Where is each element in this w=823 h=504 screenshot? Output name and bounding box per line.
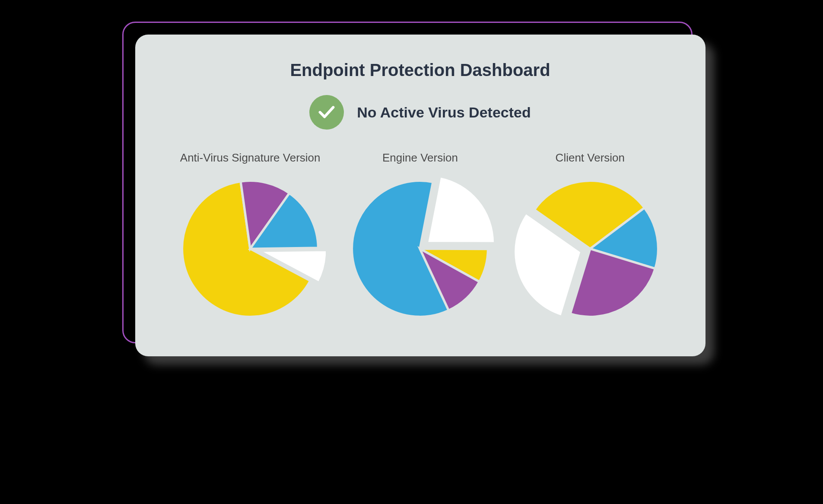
chart-label: Client Version <box>505 151 675 165</box>
status-badge <box>309 95 344 130</box>
pie-engine <box>335 173 505 324</box>
charts-row: Anti-Virus Signature Version Engine Vers… <box>161 151 680 324</box>
status-text: No Active Virus Detected <box>357 104 531 121</box>
chart-col-client: Client Version <box>505 151 675 324</box>
pie-signature <box>165 173 335 324</box>
stage: Endpoint Protection Dashboard No Active … <box>88 0 736 371</box>
chart-label: Engine Version <box>335 151 505 165</box>
chart-col-signature: Anti-Virus Signature Version <box>165 151 335 324</box>
chart-col-engine: Engine Version <box>335 151 505 324</box>
pie-client <box>505 173 675 324</box>
check-icon <box>317 101 337 123</box>
pie-slice-white <box>427 176 495 243</box>
chart-label: Anti-Virus Signature Version <box>165 151 335 165</box>
status-row: No Active Virus Detected <box>161 95 680 130</box>
dashboard-title: Endpoint Protection Dashboard <box>161 60 680 80</box>
dashboard-card: Endpoint Protection Dashboard No Active … <box>135 35 705 356</box>
